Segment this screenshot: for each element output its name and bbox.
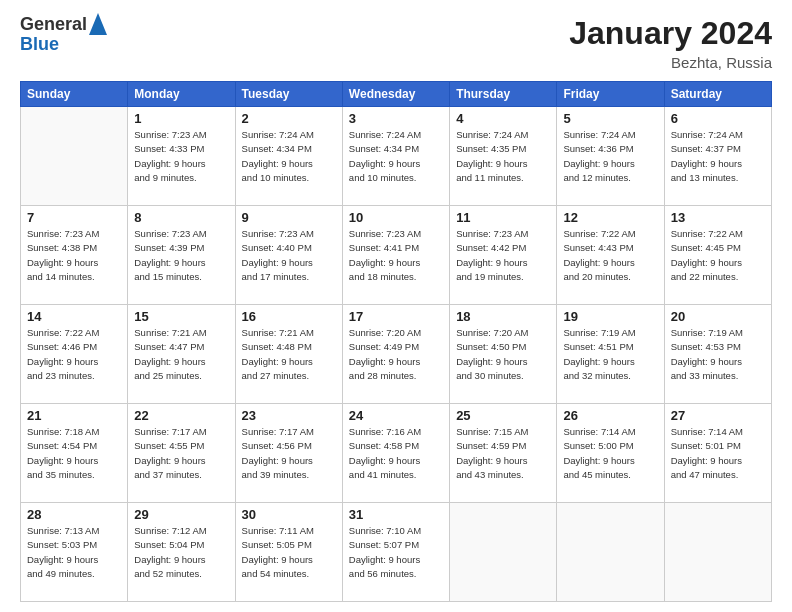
day-info: Sunrise: 7:14 AMSunset: 5:01 PMDaylight:… bbox=[671, 425, 765, 482]
day-info: Sunrise: 7:22 AMSunset: 4:45 PMDaylight:… bbox=[671, 227, 765, 284]
day-number: 27 bbox=[671, 408, 765, 423]
page: General Blue January 2024 Bezhta, Russia… bbox=[0, 0, 792, 612]
calendar-week-3: 21Sunrise: 7:18 AMSunset: 4:54 PMDayligh… bbox=[21, 404, 772, 503]
calendar-cell: 8Sunrise: 7:23 AMSunset: 4:39 PMDaylight… bbox=[128, 206, 235, 305]
day-number: 28 bbox=[27, 507, 121, 522]
day-number: 2 bbox=[242, 111, 336, 126]
day-number: 13 bbox=[671, 210, 765, 225]
logo-triangle-icon bbox=[89, 13, 107, 35]
day-info: Sunrise: 7:24 AMSunset: 4:35 PMDaylight:… bbox=[456, 128, 550, 185]
col-monday: Monday bbox=[128, 82, 235, 107]
calendar-cell: 31Sunrise: 7:10 AMSunset: 5:07 PMDayligh… bbox=[342, 503, 449, 602]
day-info: Sunrise: 7:24 AMSunset: 4:34 PMDaylight:… bbox=[349, 128, 443, 185]
col-wednesday: Wednesday bbox=[342, 82, 449, 107]
day-number: 7 bbox=[27, 210, 121, 225]
day-number: 12 bbox=[563, 210, 657, 225]
day-info: Sunrise: 7:23 AMSunset: 4:33 PMDaylight:… bbox=[134, 128, 228, 185]
day-info: Sunrise: 7:23 AMSunset: 4:39 PMDaylight:… bbox=[134, 227, 228, 284]
day-info: Sunrise: 7:21 AMSunset: 4:48 PMDaylight:… bbox=[242, 326, 336, 383]
day-info: Sunrise: 7:19 AMSunset: 4:51 PMDaylight:… bbox=[563, 326, 657, 383]
calendar-body: 1Sunrise: 7:23 AMSunset: 4:33 PMDaylight… bbox=[21, 107, 772, 602]
day-number: 18 bbox=[456, 309, 550, 324]
calendar-cell: 17Sunrise: 7:20 AMSunset: 4:49 PMDayligh… bbox=[342, 305, 449, 404]
day-number: 17 bbox=[349, 309, 443, 324]
day-number: 29 bbox=[134, 507, 228, 522]
day-number: 19 bbox=[563, 309, 657, 324]
calendar-cell bbox=[664, 503, 771, 602]
day-number: 14 bbox=[27, 309, 121, 324]
calendar-cell: 23Sunrise: 7:17 AMSunset: 4:56 PMDayligh… bbox=[235, 404, 342, 503]
calendar-cell: 14Sunrise: 7:22 AMSunset: 4:46 PMDayligh… bbox=[21, 305, 128, 404]
calendar-cell: 28Sunrise: 7:13 AMSunset: 5:03 PMDayligh… bbox=[21, 503, 128, 602]
day-number: 1 bbox=[134, 111, 228, 126]
day-number: 21 bbox=[27, 408, 121, 423]
day-info: Sunrise: 7:24 AMSunset: 4:36 PMDaylight:… bbox=[563, 128, 657, 185]
calendar-cell: 9Sunrise: 7:23 AMSunset: 4:40 PMDaylight… bbox=[235, 206, 342, 305]
col-thursday: Thursday bbox=[450, 82, 557, 107]
calendar-header: Sunday Monday Tuesday Wednesday Thursday… bbox=[21, 82, 772, 107]
logo-blue: Blue bbox=[20, 35, 87, 55]
day-number: 10 bbox=[349, 210, 443, 225]
day-number: 5 bbox=[563, 111, 657, 126]
col-saturday: Saturday bbox=[664, 82, 771, 107]
title-area: January 2024 Bezhta, Russia bbox=[569, 15, 772, 71]
day-number: 4 bbox=[456, 111, 550, 126]
day-number: 31 bbox=[349, 507, 443, 522]
calendar-cell: 20Sunrise: 7:19 AMSunset: 4:53 PMDayligh… bbox=[664, 305, 771, 404]
calendar-cell: 6Sunrise: 7:24 AMSunset: 4:37 PMDaylight… bbox=[664, 107, 771, 206]
calendar-cell bbox=[557, 503, 664, 602]
day-info: Sunrise: 7:20 AMSunset: 4:50 PMDaylight:… bbox=[456, 326, 550, 383]
calendar-week-2: 14Sunrise: 7:22 AMSunset: 4:46 PMDayligh… bbox=[21, 305, 772, 404]
day-number: 25 bbox=[456, 408, 550, 423]
day-number: 23 bbox=[242, 408, 336, 423]
logo: General Blue bbox=[20, 15, 107, 55]
calendar-cell: 1Sunrise: 7:23 AMSunset: 4:33 PMDaylight… bbox=[128, 107, 235, 206]
calendar-cell bbox=[450, 503, 557, 602]
logo-general: General bbox=[20, 15, 87, 35]
day-info: Sunrise: 7:20 AMSunset: 4:49 PMDaylight:… bbox=[349, 326, 443, 383]
calendar-cell: 29Sunrise: 7:12 AMSunset: 5:04 PMDayligh… bbox=[128, 503, 235, 602]
day-info: Sunrise: 7:23 AMSunset: 4:42 PMDaylight:… bbox=[456, 227, 550, 284]
day-number: 22 bbox=[134, 408, 228, 423]
day-info: Sunrise: 7:21 AMSunset: 4:47 PMDaylight:… bbox=[134, 326, 228, 383]
calendar-cell: 30Sunrise: 7:11 AMSunset: 5:05 PMDayligh… bbox=[235, 503, 342, 602]
day-info: Sunrise: 7:22 AMSunset: 4:43 PMDaylight:… bbox=[563, 227, 657, 284]
calendar-cell: 13Sunrise: 7:22 AMSunset: 4:45 PMDayligh… bbox=[664, 206, 771, 305]
calendar-table: Sunday Monday Tuesday Wednesday Thursday… bbox=[20, 81, 772, 602]
calendar-cell: 22Sunrise: 7:17 AMSunset: 4:55 PMDayligh… bbox=[128, 404, 235, 503]
day-info: Sunrise: 7:13 AMSunset: 5:03 PMDaylight:… bbox=[27, 524, 121, 581]
calendar-cell: 4Sunrise: 7:24 AMSunset: 4:35 PMDaylight… bbox=[450, 107, 557, 206]
day-info: Sunrise: 7:24 AMSunset: 4:34 PMDaylight:… bbox=[242, 128, 336, 185]
col-friday: Friday bbox=[557, 82, 664, 107]
calendar-cell: 24Sunrise: 7:16 AMSunset: 4:58 PMDayligh… bbox=[342, 404, 449, 503]
calendar-cell: 25Sunrise: 7:15 AMSunset: 4:59 PMDayligh… bbox=[450, 404, 557, 503]
day-info: Sunrise: 7:15 AMSunset: 4:59 PMDaylight:… bbox=[456, 425, 550, 482]
calendar-cell: 3Sunrise: 7:24 AMSunset: 4:34 PMDaylight… bbox=[342, 107, 449, 206]
day-number: 11 bbox=[456, 210, 550, 225]
calendar-cell: 10Sunrise: 7:23 AMSunset: 4:41 PMDayligh… bbox=[342, 206, 449, 305]
day-number: 20 bbox=[671, 309, 765, 324]
day-info: Sunrise: 7:14 AMSunset: 5:00 PMDaylight:… bbox=[563, 425, 657, 482]
calendar-week-1: 7Sunrise: 7:23 AMSunset: 4:38 PMDaylight… bbox=[21, 206, 772, 305]
calendar-cell: 27Sunrise: 7:14 AMSunset: 5:01 PMDayligh… bbox=[664, 404, 771, 503]
svg-marker-0 bbox=[89, 13, 107, 35]
day-info: Sunrise: 7:23 AMSunset: 4:41 PMDaylight:… bbox=[349, 227, 443, 284]
day-info: Sunrise: 7:12 AMSunset: 5:04 PMDaylight:… bbox=[134, 524, 228, 581]
col-tuesday: Tuesday bbox=[235, 82, 342, 107]
day-number: 9 bbox=[242, 210, 336, 225]
col-sunday: Sunday bbox=[21, 82, 128, 107]
day-info: Sunrise: 7:16 AMSunset: 4:58 PMDaylight:… bbox=[349, 425, 443, 482]
calendar-cell: 18Sunrise: 7:20 AMSunset: 4:50 PMDayligh… bbox=[450, 305, 557, 404]
calendar-cell: 7Sunrise: 7:23 AMSunset: 4:38 PMDaylight… bbox=[21, 206, 128, 305]
day-info: Sunrise: 7:11 AMSunset: 5:05 PMDaylight:… bbox=[242, 524, 336, 581]
calendar-cell: 21Sunrise: 7:18 AMSunset: 4:54 PMDayligh… bbox=[21, 404, 128, 503]
month-title: January 2024 bbox=[569, 15, 772, 52]
day-info: Sunrise: 7:23 AMSunset: 4:38 PMDaylight:… bbox=[27, 227, 121, 284]
day-number: 30 bbox=[242, 507, 336, 522]
calendar-cell: 12Sunrise: 7:22 AMSunset: 4:43 PMDayligh… bbox=[557, 206, 664, 305]
day-number: 24 bbox=[349, 408, 443, 423]
day-info: Sunrise: 7:24 AMSunset: 4:37 PMDaylight:… bbox=[671, 128, 765, 185]
day-info: Sunrise: 7:23 AMSunset: 4:40 PMDaylight:… bbox=[242, 227, 336, 284]
calendar-cell: 2Sunrise: 7:24 AMSunset: 4:34 PMDaylight… bbox=[235, 107, 342, 206]
calendar-cell: 11Sunrise: 7:23 AMSunset: 4:42 PMDayligh… bbox=[450, 206, 557, 305]
